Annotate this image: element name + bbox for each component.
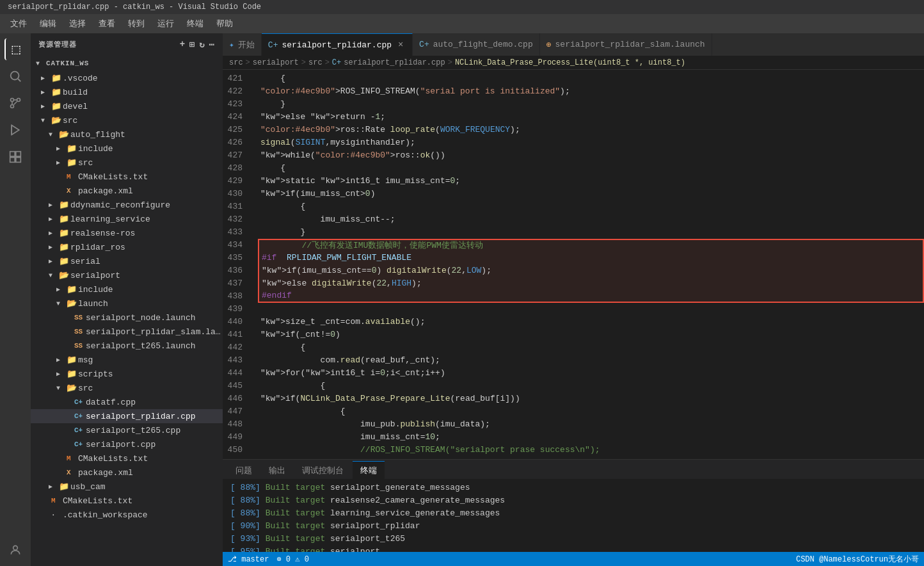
tree-item[interactable]: ▼📂src bbox=[31, 381, 223, 395]
tree-item[interactable]: MCMakeLists.txt bbox=[31, 170, 223, 184]
svg-line-7 bbox=[14, 102, 17, 105]
breadcrumb-src[interactable]: src bbox=[229, 58, 243, 67]
run-debug-icon[interactable] bbox=[4, 119, 26, 141]
tab-slam-launch[interactable]: ⊕ serialport_rplidar_slam.launch bbox=[540, 33, 712, 56]
tree-item[interactable]: ▶📁msg bbox=[31, 353, 223, 367]
menu-help[interactable]: 帮助 bbox=[211, 15, 238, 32]
sep2: > bbox=[301, 58, 306, 67]
code-line: } bbox=[258, 98, 924, 111]
tab-start[interactable]: ✦ 开始 bbox=[223, 33, 262, 56]
svg-point-0 bbox=[11, 72, 19, 80]
code-line: "color:#4ec9b0">ros::Rate loop_rate(WORK… bbox=[258, 124, 924, 136]
code-line: { bbox=[258, 200, 924, 213]
tree-item[interactable]: ▶📁scripts bbox=[31, 367, 223, 381]
code-line: "kw">static "kw">int16_t imu_miss_cnt=0; bbox=[258, 175, 924, 188]
tree-item[interactable]: ·.catkin_workspace bbox=[31, 508, 223, 522]
sep1: > bbox=[246, 58, 250, 67]
menu-run[interactable]: 运行 bbox=[152, 15, 179, 32]
tree-item[interactable]: C+serialport_rplidar.cpp bbox=[31, 409, 223, 423]
tree-root[interactable]: ▼CATKIN_WS bbox=[31, 56, 223, 71]
tree-item[interactable]: C+datatf.cpp bbox=[31, 395, 223, 409]
extensions-icon[interactable] bbox=[4, 146, 26, 168]
breadcrumb-file[interactable]: serialport_rplidar.cpp bbox=[344, 58, 445, 67]
main-layout: ⬚ bbox=[0, 33, 924, 566]
tree-item[interactable]: ▶📁src bbox=[31, 156, 223, 170]
tree-item[interactable]: ▶📁rplidar_ros bbox=[31, 240, 223, 254]
tree-item[interactable]: ▼📂serialport bbox=[31, 268, 223, 282]
tree-item[interactable]: ▶📁ddynamic_reconfigure bbox=[31, 198, 223, 212]
tree-item[interactable]: ▶📁devel bbox=[31, 99, 223, 113]
tab-auto-flight[interactable]: C+ auto_flight_demo.cpp bbox=[413, 33, 540, 56]
tree-item[interactable]: ▶📁include bbox=[31, 142, 223, 156]
breadcrumb-src2[interactable]: src bbox=[308, 58, 323, 67]
menu-select[interactable]: 选择 bbox=[64, 15, 91, 32]
tree-item[interactable]: ▶📁learning_service bbox=[31, 212, 223, 226]
panel-tab-output[interactable]: 输出 bbox=[261, 461, 293, 479]
new-folder-icon[interactable]: ⊞ bbox=[189, 39, 195, 50]
source-control-icon[interactable] bbox=[4, 92, 26, 114]
tree-item[interactable]: C+serialport.cpp bbox=[31, 437, 223, 451]
tree-item[interactable]: SSserialport_rplidar_slam.launch bbox=[31, 325, 223, 339]
collapse-icon[interactable]: ⋯ bbox=[209, 39, 215, 50]
tree-item[interactable]: SSserialport_t265.launch bbox=[31, 339, 223, 353]
tree-item[interactable]: ▼📂launch bbox=[31, 296, 223, 311]
sidebar-title: 资源管理器 bbox=[38, 40, 76, 49]
svg-rect-11 bbox=[16, 152, 21, 157]
svg-point-14 bbox=[13, 546, 18, 550]
code-line: imu_miss_cnt--; bbox=[258, 213, 924, 226]
tree-item[interactable]: MCMakeLists.txt bbox=[31, 451, 223, 465]
panel-tab-debug[interactable]: 调试控制台 bbox=[294, 461, 351, 479]
git-branch[interactable]: ⎇ master bbox=[228, 554, 269, 564]
terminal-line: [ 88%] Built target serialport_generate_… bbox=[230, 481, 916, 494]
status-bar-right: CSDN @NamelessCotrun无名小哥 bbox=[796, 554, 919, 565]
code-content[interactable]: 4214224234244254264274284294304314324334… bbox=[223, 70, 924, 459]
code-line: //飞控有发送IMU数据帧时，使能PWM使雷达转动 bbox=[258, 239, 924, 252]
menu-goto[interactable]: 转到 bbox=[123, 15, 150, 32]
status-bar-left: ⎇ master ⊗ 0 ⚠ 0 bbox=[228, 554, 309, 564]
svg-rect-13 bbox=[16, 158, 21, 163]
refresh-icon[interactable]: ↻ bbox=[199, 39, 205, 50]
menu-terminal[interactable]: 终端 bbox=[182, 15, 209, 32]
tree-item[interactable]: ▶📁realsense-ros bbox=[31, 226, 223, 240]
panel-tab-problems[interactable]: 问题 bbox=[228, 461, 260, 479]
new-file-icon[interactable]: + bbox=[180, 39, 186, 50]
code-line: { bbox=[258, 162, 924, 175]
tab-active-file[interactable]: C+ serialport_rplidar.cpp × bbox=[262, 33, 413, 56]
tree-item[interactable]: MCMakeLists.txt bbox=[31, 494, 223, 508]
sidebar-header: 资源管理器 + ⊞ ↻ ⋯ bbox=[31, 33, 223, 56]
panel-tab-terminal[interactable]: 终端 bbox=[353, 461, 385, 479]
explorer-icon[interactable]: ⬚ bbox=[4, 38, 26, 60]
svg-marker-8 bbox=[12, 125, 19, 135]
panel-content: [ 88%] Built target serialport_generate_… bbox=[223, 479, 924, 552]
sidebar-header-icons: + ⊞ ↻ ⋯ bbox=[180, 39, 215, 50]
editor-area: ✦ 开始 C+ serialport_rplidar.cpp × C+ auto… bbox=[223, 33, 924, 566]
tree-item[interactable]: ▶📁usb_cam bbox=[31, 480, 223, 494]
tree-item[interactable]: C+serialport_t265.cpp bbox=[31, 423, 223, 437]
code-line: { bbox=[258, 380, 924, 392]
terminal-line: [ 88%] Built target realsense2_camera_ge… bbox=[230, 494, 916, 507]
tab-close-button[interactable]: × bbox=[395, 40, 406, 50]
breadcrumb-serialport[interactable]: serialport bbox=[253, 58, 299, 67]
tree-item[interactable]: ▶📁serial bbox=[31, 254, 223, 268]
tab-active-label: serialport_rplidar.cpp bbox=[282, 40, 392, 50]
tree-item[interactable]: ▼📂auto_flight bbox=[31, 127, 223, 142]
tree-item[interactable]: Xpackage.xml bbox=[31, 184, 223, 198]
tree-item[interactable]: ▼📂src bbox=[31, 113, 223, 127]
menu-file[interactable]: 文件 bbox=[5, 15, 32, 32]
code-line: "kw">while("color:#4ec9b0">ros::ok()) bbox=[258, 149, 924, 162]
menu-view[interactable]: 查看 bbox=[93, 15, 120, 32]
breadcrumb-function[interactable]: NCLink_Data_Prase_Process_Lite(uint8_t *… bbox=[455, 58, 685, 67]
tree-item[interactable]: ▶📁.vscode bbox=[31, 71, 223, 85]
tree-item[interactable]: SSserialport_node.launch bbox=[31, 311, 223, 325]
account-icon[interactable] bbox=[4, 539, 26, 561]
tree-item[interactable]: ▶📁include bbox=[31, 282, 223, 296]
menu-edit[interactable]: 编辑 bbox=[35, 15, 61, 32]
search-icon[interactable] bbox=[4, 65, 26, 87]
code-line: } bbox=[258, 226, 924, 239]
tree-item[interactable]: ▶📁build bbox=[31, 85, 223, 99]
tree-item[interactable]: Xpackage.xml bbox=[31, 465, 223, 480]
svg-line-1 bbox=[18, 79, 20, 81]
tab-start-label: 开始 bbox=[238, 39, 255, 51]
file-tree: ▼CATKIN_WS▶📁.vscode▶📁build▶📁devel▼📂src▼📂… bbox=[31, 56, 223, 522]
code-line: "kw">if(imu_miss_cnt==0) digitalWrite(22… bbox=[258, 264, 924, 277]
